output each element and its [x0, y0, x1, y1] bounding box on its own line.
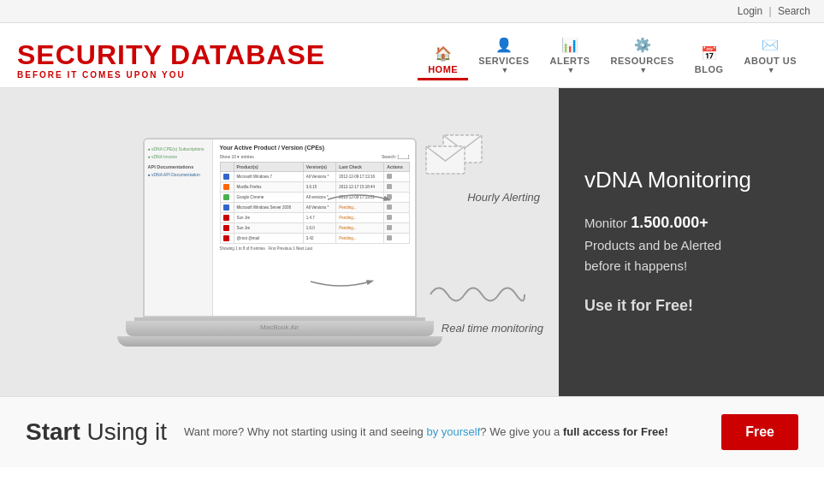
monitor-text: Monitor 1.500.000+: [584, 210, 798, 235]
search-link[interactable]: Search: [778, 5, 810, 17]
wave-group: [426, 277, 529, 315]
before-text: before it happens!: [584, 256, 798, 276]
col-actions: Actions: [384, 163, 409, 172]
laptop-base: [126, 321, 434, 336]
home-icon: 🏠: [435, 45, 452, 62]
sidebar-item-3: ● vDNA API Documentation: [148, 172, 209, 177]
realtime-monitoring-label: Real time monitoring: [442, 322, 543, 335]
col-icon: [220, 163, 234, 172]
nav-about-label: ABOUT US: [744, 56, 797, 66]
sidebar-api-header: API Documentations: [148, 164, 209, 169]
nav-home-label: HOME: [428, 64, 458, 74]
vdna-title: vDNA Monitoring: [584, 167, 798, 193]
logo-database: DATABASE: [170, 39, 325, 70]
hero-right: vDNA Monitoring Monitor 1.500.000+ Produ…: [559, 88, 824, 396]
nav-blog-label: BLOG: [695, 64, 724, 74]
table-row: @root @mail 3.42 Pending...: [220, 234, 409, 244]
arrow-to-envelopes: [323, 187, 392, 216]
hero-left: ● vDNA CPE(s) Subscriptions ● vDNA Invoi…: [0, 88, 559, 396]
logo-title: SECURITY DATABASE: [17, 41, 325, 68]
resources-icon: ⚙️: [634, 37, 651, 53]
nav-services-label: SERVICES: [478, 56, 529, 66]
envelopes-svg: [422, 131, 490, 182]
nav-resources-label: RESOURCES: [611, 56, 674, 66]
logo: SECURITY DATABASE BEFORE IT COMES UPON Y…: [17, 41, 325, 80]
cta-bar: Start Using it Want more? Why not starti…: [0, 396, 824, 467]
nav-services[interactable]: 👤 SERVICES▼: [468, 33, 539, 80]
login-link[interactable]: Login: [738, 5, 762, 17]
header: SECURITY DATABASE BEFORE IT COMES UPON Y…: [0, 23, 824, 88]
logo-subtitle: BEFORE IT COMES UPON YOU: [17, 70, 325, 80]
col-lastcheck: Last Check: [336, 163, 384, 172]
envelope-group: [422, 131, 490, 186]
nav-home[interactable]: 🏠 HOME: [418, 42, 468, 80]
laptop-bottom: [117, 336, 442, 347]
nav-blog[interactable]: 📅 BLOG: [685, 42, 734, 80]
nav-resources[interactable]: ⚙️ RESOURCES▼: [601, 33, 685, 80]
cta-description: Want more? Why not starting using it and…: [184, 424, 704, 441]
screen-controls: Show 10 ▾ entries Search: [____]: [220, 154, 410, 159]
blog-icon: 📅: [701, 45, 718, 62]
screen-sidebar: ● vDNA CPE(s) Subscriptions ● vDNA Invoi…: [145, 139, 213, 316]
col-version: Version(s): [303, 163, 336, 172]
nav-alerts[interactable]: 📊 ALERTS▼: [540, 33, 601, 80]
sidebar-item-1: ● vDNA CPE(s) Subscriptions: [148, 146, 209, 151]
services-icon: 👤: [495, 37, 513, 53]
screen-footer: Showing 1 to 8 of 8 entries First Previo…: [220, 246, 410, 251]
laptop-screen: ● vDNA CPE(s) Subscriptions ● vDNA Invoi…: [143, 138, 417, 317]
separator: |: [769, 5, 772, 17]
col-product: Product(s): [234, 163, 303, 172]
top-bar: Login | Search: [0, 0, 824, 23]
hourly-alerting-label: Hourly Alerting: [467, 191, 540, 204]
hero-section: ● vDNA CPE(s) Subscriptions ● vDNA Invoi…: [0, 88, 824, 396]
table-row: Sun Jre 1.6.0 Pending...: [220, 223, 409, 234]
about-icon: ✉️: [762, 37, 779, 53]
screen-search: Search: [____]: [382, 154, 410, 159]
nav-about[interactable]: ✉️ ABOUT US▼: [734, 33, 807, 80]
laptop-mockup: ● vDNA CPE(s) Subscriptions ● vDNA Invoi…: [117, 138, 442, 347]
logo-security: SECURITY: [17, 39, 170, 70]
cta-link[interactable]: by yourself: [426, 425, 480, 438]
screen-show: Show 10 ▾ entries: [220, 154, 254, 159]
table-row: Microsoft Windows 7 All Versions * 2012-…: [220, 172, 409, 182]
products-text: Products and be Alerted: [584, 235, 798, 256]
screen-table-title: Your Active Product / Version (CPEs): [220, 145, 410, 151]
nav-alerts-label: ALERTS: [550, 56, 590, 66]
wave-svg: [426, 277, 529, 311]
main-nav: 🏠 HOME 👤 SERVICES▼ 📊 ALERTS▼ ⚙️ RESOURCE…: [418, 33, 807, 87]
cta-free-button[interactable]: Free: [721, 414, 798, 450]
arrow-to-wave: [306, 269, 375, 298]
alerts-icon: 📊: [561, 37, 578, 53]
use-free-text: Use it for Free!: [584, 294, 798, 318]
cta-start-label: Start Using it: [26, 418, 167, 446]
sidebar-item-2: ● vDNA Invoice: [148, 154, 209, 159]
